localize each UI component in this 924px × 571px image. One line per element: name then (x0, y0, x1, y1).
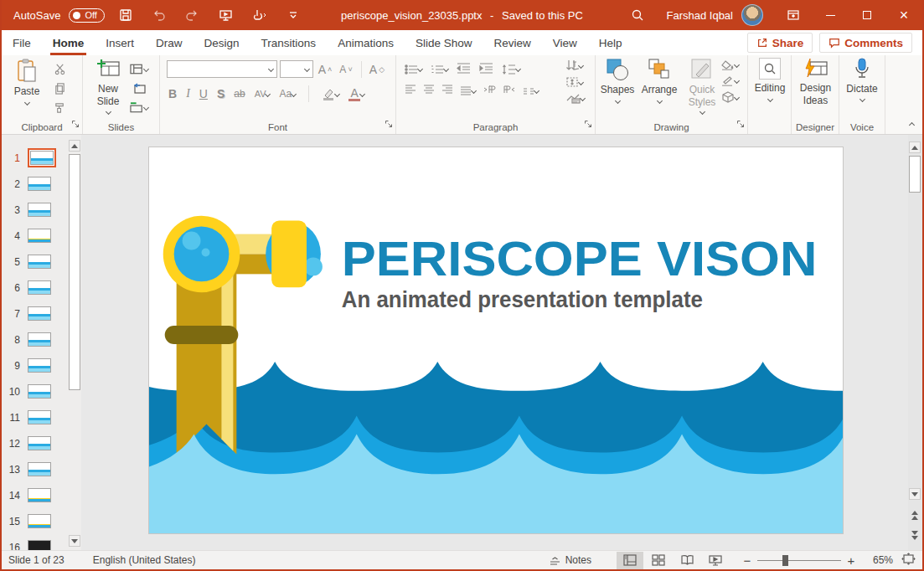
font-name-combobox[interactable] (167, 60, 277, 78)
tab-draw[interactable]: Draw (145, 30, 194, 55)
quick-styles-button[interactable]: Quick Styles (683, 58, 721, 114)
shrink-font-icon[interactable]: A˅ (337, 61, 355, 78)
shape-outline-icon[interactable] (721, 75, 739, 86)
shape-fill-icon[interactable] (721, 59, 739, 70)
tab-help[interactable]: Help (588, 30, 633, 55)
character-spacing-button[interactable]: AV (255, 89, 271, 99)
slide-preview[interactable] (28, 488, 51, 502)
scroll-up-icon[interactable] (909, 141, 921, 153)
align-right-icon[interactable] (441, 85, 453, 97)
grow-font-icon[interactable]: A˄ (316, 61, 334, 78)
clipboard-dialog-launcher-icon[interactable] (71, 118, 80, 131)
drawing-dialog-launcher-icon[interactable] (736, 118, 745, 131)
highlight-color-button[interactable] (322, 88, 339, 100)
paste-button[interactable]: Paste (8, 58, 45, 105)
slide-show-button[interactable] (702, 552, 729, 569)
scrollbar-thumb[interactable] (909, 156, 921, 193)
zoom-in-button[interactable]: + (846, 553, 856, 568)
strikethrough-button[interactable]: ab (234, 88, 245, 100)
tab-review[interactable]: Review (483, 30, 541, 55)
align-text-icon[interactable] (565, 76, 585, 88)
slide-preview[interactable] (28, 384, 51, 399)
slide-preview[interactable] (28, 306, 51, 321)
slide-preview[interactable] (28, 410, 51, 424)
format-painter-icon[interactable] (50, 99, 69, 116)
slide-artwork[interactable]: PERISCOPE VISON An animated presentation… (149, 147, 843, 533)
customize-quick-access-toolbar-icon[interactable] (281, 4, 306, 26)
convert-to-smartart-icon[interactable] (565, 93, 585, 104)
dictate-button[interactable]: Dictate (844, 58, 880, 101)
tab-insert[interactable]: Insert (95, 30, 145, 55)
slide-preview[interactable] (28, 177, 51, 191)
zoom-out-button[interactable]: − (742, 553, 752, 568)
change-case-button[interactable]: Aa (279, 88, 296, 100)
main-scrollbar[interactable] (908, 135, 922, 550)
numbering-icon[interactable] (431, 64, 448, 75)
new-slide-button[interactable]: New Slide (88, 58, 128, 114)
thumbnail-scroll-up-icon[interactable] (69, 140, 80, 152)
tab-view[interactable]: View (542, 30, 588, 55)
thumbnail-scrollbar[interactable] (68, 138, 80, 548)
font-color-button[interactable]: A (348, 87, 364, 101)
slide-preview[interactable] (28, 255, 51, 269)
touch-mouse-mode-icon[interactable] (247, 4, 272, 26)
minimize-button[interactable] (812, 0, 849, 30)
slide-preview[interactable] (28, 514, 51, 528)
justify-icon[interactable] (460, 86, 476, 96)
text-shadow-button[interactable]: S (217, 87, 225, 100)
slide-sorter-view-button[interactable] (645, 552, 672, 569)
tab-design[interactable]: Design (194, 30, 250, 55)
clear-formatting-icon[interactable]: A◇ (368, 61, 386, 78)
zoom-slider[interactable] (757, 553, 841, 567)
share-button[interactable]: Share (747, 33, 813, 53)
normal-view-button[interactable] (617, 552, 643, 569)
slide-preview[interactable] (28, 332, 51, 347)
save-icon[interactable] (113, 4, 138, 26)
slide-preview[interactable] (28, 280, 51, 295)
paragraph-dialog-launcher-icon[interactable] (584, 118, 592, 131)
slide-preview[interactable] (28, 229, 51, 243)
collapse-ribbon-button[interactable] (909, 122, 915, 128)
comments-button[interactable]: Comments (819, 33, 912, 53)
tab-animations[interactable]: Animations (327, 30, 405, 55)
slide-indicator[interactable]: Slide 1 of 23 (8, 554, 65, 566)
next-slide-button[interactable] (909, 529, 921, 541)
decrease-indent-icon[interactable] (457, 62, 471, 76)
increase-indent-icon[interactable] (479, 62, 493, 76)
copy-icon[interactable] (50, 80, 69, 96)
design-ideas-button[interactable]: Design Ideas (795, 58, 836, 107)
zoom-level[interactable]: 65% (865, 554, 893, 566)
cut-icon[interactable] (50, 60, 69, 77)
thumbnail-scroll-down-icon[interactable] (69, 535, 80, 547)
ribbon-display-options-icon[interactable] (775, 0, 812, 30)
columns-icon[interactable] (523, 86, 539, 96)
shape-effects-icon[interactable] (721, 91, 739, 103)
font-size-combobox[interactable] (280, 60, 313, 78)
slide-title[interactable]: PERISCOPE VISON (342, 233, 818, 286)
zoom-slider-thumb[interactable] (782, 555, 788, 566)
shapes-button[interactable]: Shapes (599, 58, 636, 103)
start-from-beginning-icon[interactable] (214, 4, 239, 26)
undo-icon[interactable] (147, 4, 172, 26)
line-spacing-icon[interactable] (502, 64, 520, 75)
fit-slide-to-window-button[interactable] (901, 553, 916, 568)
section-icon[interactable] (130, 99, 148, 116)
slide-preview[interactable] (28, 436, 51, 450)
slide-preview[interactable] (28, 540, 51, 550)
reset-slide-icon[interactable] (130, 80, 148, 96)
slide-preview[interactable] (30, 151, 54, 165)
maximize-button[interactable] (849, 0, 885, 30)
close-button[interactable]: × (885, 0, 922, 30)
slide-subtitle[interactable]: An animated presentation template (342, 286, 703, 312)
align-left-icon[interactable] (405, 85, 416, 97)
language-indicator[interactable]: English (United States) (93, 554, 196, 566)
previous-slide-button[interactable] (909, 509, 921, 521)
arrange-button[interactable]: Arrange (639, 58, 679, 103)
tab-home[interactable]: Home (42, 30, 95, 55)
tab-transitions[interactable]: Transitions (250, 30, 328, 55)
slide-editing-area[interactable]: PERISCOPE VISON An animated presentation… (81, 135, 908, 550)
align-center-icon[interactable] (423, 85, 435, 97)
text-direction-icon[interactable] (565, 59, 585, 71)
text-direction-ltr-icon[interactable] (483, 85, 496, 97)
font-dialog-launcher-icon[interactable] (385, 118, 393, 131)
